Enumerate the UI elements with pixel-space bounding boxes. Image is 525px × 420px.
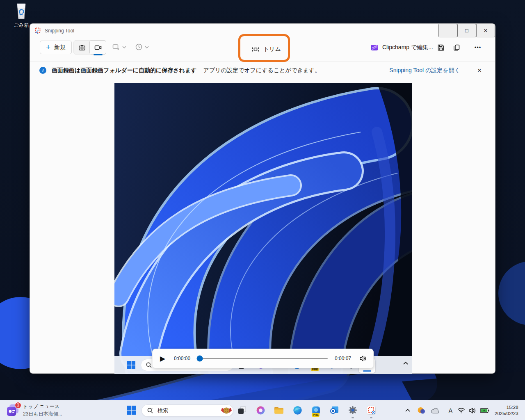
search-box[interactable]: 検索 bbox=[142, 404, 233, 417]
chevron-down-icon bbox=[122, 46, 126, 48]
chevron-down-icon bbox=[145, 46, 149, 48]
volume-button[interactable] bbox=[359, 355, 367, 362]
recorded-start-icon bbox=[127, 361, 136, 370]
edge-button[interactable] bbox=[292, 405, 302, 415]
save-icon bbox=[437, 43, 445, 52]
close-icon: × bbox=[477, 66, 482, 74]
selected-mode-indicator bbox=[94, 54, 103, 55]
clock[interactable]: 15:28 2025/02/23 bbox=[495, 404, 523, 417]
widgets-icon: 1 bbox=[6, 404, 20, 418]
widget-subline: 23日も日本海側... bbox=[23, 411, 62, 418]
save-button[interactable] bbox=[433, 41, 449, 54]
magnifier-icon bbox=[146, 362, 152, 368]
info-bar: i 画面録画は画面録画フォルダーに自動的に保存されます アプリの設定でオフにする… bbox=[30, 61, 495, 79]
play-icon: ▶ bbox=[160, 355, 165, 363]
tray-time: 15:28 bbox=[495, 404, 518, 411]
tray-date: 2025/02/23 bbox=[495, 411, 518, 417]
clipchamp-button-label: Clipchamp で編集... bbox=[382, 44, 433, 51]
widget-text: トップ ニュース 23日も日本海側... bbox=[23, 403, 62, 418]
info-bar-close-button[interactable]: × bbox=[473, 64, 486, 77]
delay-dropdown[interactable] bbox=[135, 43, 149, 51]
volume-tray-button[interactable] bbox=[469, 407, 476, 414]
edit-in-clipchamp-button[interactable]: Clipchamp で編集... bbox=[370, 43, 433, 52]
maximize-icon: □ bbox=[465, 27, 468, 34]
copilot-button[interactable] bbox=[256, 405, 265, 415]
copy-button[interactable] bbox=[449, 41, 464, 54]
playback-controls: ▶ 0:00:00 0:00:07 bbox=[152, 349, 374, 368]
ribbon-medal-icon bbox=[221, 406, 232, 415]
wifi-icon bbox=[457, 407, 465, 413]
open-settings-link[interactable]: Snipping Tool の設定を開く bbox=[389, 67, 460, 74]
current-time: 0:00:00 bbox=[174, 356, 190, 361]
ime-indicator[interactable]: A bbox=[444, 407, 457, 414]
more-options-button[interactable]: ••• bbox=[470, 41, 486, 54]
play-button[interactable]: ▶ bbox=[160, 355, 165, 362]
new-button-label: 新規 bbox=[54, 44, 66, 51]
trim-button[interactable]: トリム bbox=[251, 42, 281, 56]
widget-notification-badge: 1 bbox=[15, 402, 21, 409]
search-label: 検索 bbox=[158, 407, 221, 414]
ime-label: A bbox=[449, 407, 452, 414]
task-view-icon bbox=[237, 406, 247, 415]
mode-switcher bbox=[73, 40, 106, 55]
snipping-tool-app-icon bbox=[34, 27, 41, 34]
camera-icon bbox=[78, 43, 86, 52]
snipping-tool-window: Snipping Tool – □ × + 新規 bbox=[30, 23, 495, 374]
minimize-button[interactable]: – bbox=[438, 24, 457, 37]
battery-charging-icon bbox=[480, 407, 490, 414]
gear-icon bbox=[348, 405, 358, 415]
onedrive-tray-button[interactable] bbox=[431, 407, 440, 414]
outlook-icon bbox=[329, 405, 339, 415]
seek-thumb[interactable] bbox=[197, 356, 203, 362]
recorded-chevron-up-icon bbox=[403, 361, 409, 365]
maximize-button[interactable]: □ bbox=[457, 24, 476, 37]
video-camera-icon bbox=[94, 43, 102, 52]
snipping-tool-taskbar-button[interactable] bbox=[366, 405, 376, 415]
close-button[interactable]: × bbox=[476, 24, 495, 37]
cloud-icon bbox=[431, 407, 440, 414]
info-message-primary: 画面録画は画面録画フォルダーに自動的に保存されます bbox=[52, 67, 197, 74]
seek-bar[interactable] bbox=[197, 358, 328, 359]
rect-select-icon bbox=[112, 43, 120, 51]
video-mode-button[interactable] bbox=[89, 40, 106, 55]
copy-icon bbox=[452, 43, 461, 52]
task-view-button[interactable] bbox=[237, 405, 247, 415]
recycle-bin-icon bbox=[14, 2, 28, 20]
speaker-icon bbox=[469, 407, 476, 414]
pinned-apps: PRE bbox=[237, 405, 376, 415]
ellipsis-icon: ••• bbox=[475, 44, 482, 50]
speaker-icon bbox=[359, 355, 367, 362]
taskbar: 1 トップ ニュース 23日も日本海側... 検索 bbox=[0, 400, 525, 420]
toolbar-divider bbox=[467, 43, 467, 52]
desktop: ごみ箱 Snipping Tool – □ × + 新規 bbox=[0, 0, 525, 420]
toolbar: + 新規 bbox=[30, 37, 495, 61]
photo-mode-button[interactable] bbox=[74, 41, 90, 54]
recorded-wallpaper bbox=[114, 83, 412, 374]
windows-logo-icon bbox=[126, 405, 136, 415]
battery-button[interactable] bbox=[480, 407, 490, 414]
widgets-button[interactable]: 1 トップ ニュース 23日も日本海側... bbox=[6, 403, 62, 418]
edge-icon bbox=[293, 406, 302, 415]
pre-badge: PRE bbox=[312, 413, 320, 417]
search-icon bbox=[147, 407, 153, 414]
dev-home-button[interactable]: PRE bbox=[311, 405, 321, 415]
chevron-up-icon bbox=[405, 409, 411, 412]
weather-tray-button[interactable] bbox=[417, 406, 425, 415]
new-button[interactable]: + 新規 bbox=[40, 41, 72, 54]
video-preview[interactable]: PRE ▶ 0:00:00 bbox=[114, 83, 412, 374]
close-icon: × bbox=[484, 27, 487, 34]
system-tray: A 15:28 2025/02/23 bbox=[405, 400, 523, 420]
snip-shape-dropdown[interactable] bbox=[112, 43, 126, 51]
plus-icon: + bbox=[46, 43, 50, 51]
tray-expand-button[interactable] bbox=[405, 409, 411, 412]
titlebar[interactable]: Snipping Tool – □ × bbox=[30, 24, 495, 37]
outlook-button[interactable] bbox=[329, 405, 339, 415]
toolbar-right-group: Clipchamp で編集... ••• bbox=[370, 41, 486, 54]
file-explorer-button[interactable] bbox=[274, 405, 284, 415]
weather-sun-icon bbox=[417, 406, 425, 415]
wifi-button[interactable] bbox=[457, 407, 465, 413]
widget-headline: トップ ニュース bbox=[23, 403, 62, 410]
start-button[interactable] bbox=[126, 405, 136, 415]
settings-button[interactable] bbox=[348, 405, 358, 415]
info-message-secondary: アプリの設定でオフにすることができます。 bbox=[203, 67, 321, 74]
